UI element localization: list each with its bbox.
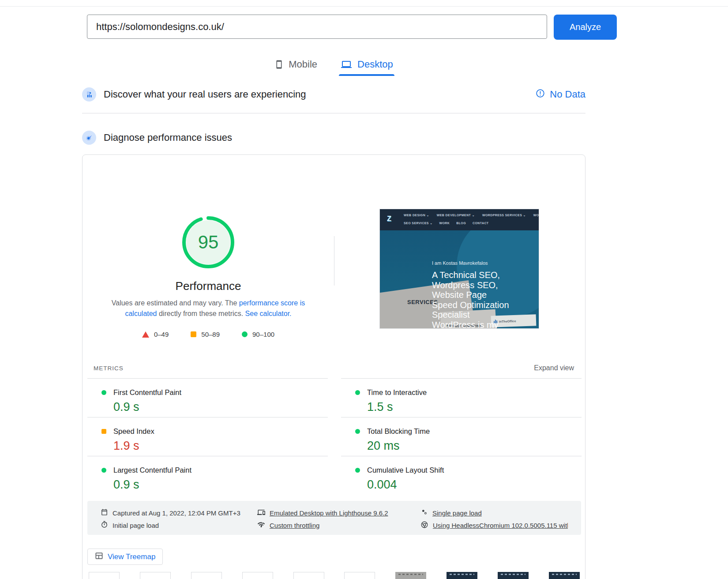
- no-data-link[interactable]: No Data: [536, 89, 585, 101]
- filmstrip: [89, 572, 580, 579]
- metrics-grid: First Contentful Paint 0.9 s Time to Int…: [87, 378, 582, 495]
- performance-gauge[interactable]: 95: [181, 215, 236, 270]
- legend-range-good: 90–100: [252, 331, 274, 338]
- tab-desktop-label: Desktop: [357, 59, 393, 70]
- lighthouse-report-card: 95 Performance Values are estimated and …: [82, 154, 585, 579]
- performance-score-value: 95: [181, 215, 236, 270]
- network-signal-icon: [257, 521, 265, 530]
- disclaimer-text-2: directly from these metrics.: [157, 310, 245, 317]
- metric-label: Cumulative Layout Shift: [367, 466, 444, 474]
- single-page-load-label: Single page load: [432, 509, 482, 517]
- chrome-icon: [420, 521, 428, 530]
- performance-gauge-section: 95 Performance Values are estimated and …: [83, 155, 334, 338]
- diagnose-speedometer-icon: [82, 131, 96, 145]
- preview-nav-item: CONTACT: [473, 222, 489, 225]
- captured-at: Captured at Aug 1, 2022, 12:04 PM GMT+3: [101, 508, 257, 517]
- custom-throttling[interactable]: Custom throttling: [257, 521, 420, 530]
- metric-value: 20 ms: [367, 439, 582, 453]
- filmstrip-frame: [344, 572, 375, 579]
- metric-value: 1.5 s: [367, 400, 582, 414]
- good-circle-icon: [355, 468, 360, 473]
- site-screenshot-preview: Z WEB DESIGN ⌄ WEB DEVELOPMENT ⌄ WORDPRE…: [379, 209, 539, 329]
- devices-icon: [257, 508, 265, 518]
- metrics-heading: METRICS: [94, 365, 124, 372]
- legend-item-poor: 0–49: [142, 331, 169, 338]
- average-square-icon: [191, 331, 196, 337]
- preview-hero-text: I am Kostas Mavrokefalos A Technical SEO…: [432, 260, 509, 329]
- tab-mobile[interactable]: Mobile: [274, 55, 317, 74]
- treemap-icon: [95, 552, 103, 562]
- metric-label: First Contentful Paint: [113, 388, 181, 397]
- legend-item-good: 90–100: [242, 331, 274, 338]
- device-tabs: Mobile Desktop: [82, 55, 585, 76]
- initial-page-load-label: Initial page load: [113, 522, 159, 529]
- lab-data-section-header: Diagnose performance issues: [82, 131, 585, 145]
- preview-nav-item: SEO SERVICES ⌄: [404, 222, 432, 225]
- metric-speed-index: Speed Index 1.9 s: [87, 417, 328, 456]
- stopwatch-icon: [101, 521, 108, 530]
- hero-line: WordPress is my: [432, 320, 509, 329]
- preview-nav-item: WEB DESIGN ⌄: [404, 214, 429, 217]
- hero-line: Specialist: [432, 310, 509, 320]
- metric-largest-contentful-paint: Largest Contentful Paint 0.9 s: [87, 456, 328, 495]
- metric-value: 0.004: [367, 478, 582, 492]
- tab-desktop[interactable]: Desktop: [340, 55, 393, 74]
- metric-value: 0.9 s: [113, 478, 328, 492]
- preview-nav-row-1: WEB DESIGN ⌄ WEB DEVELOPMENT ⌄ WORDPRESS…: [404, 214, 537, 217]
- calendar-icon: [101, 508, 108, 517]
- scatter-dots-icon: [420, 508, 428, 517]
- filmstrip-frame: [140, 572, 171, 579]
- filmstrip-frame: [242, 572, 273, 579]
- preview-hero-area: SERVICES PRODUCT RENDERING InTheOffice I…: [380, 230, 539, 328]
- metric-total-blocking-time: Total Blocking Time 20 ms: [341, 417, 582, 456]
- metric-value: 0.9 s: [113, 400, 328, 414]
- hero-line: A Technical SEO,: [432, 270, 509, 280]
- metric-first-contentful-paint: First Contentful Paint 0.9 s: [87, 378, 328, 417]
- browser-version-label: Using HeadlessChromium 102.0.5005.115 wi…: [433, 522, 568, 529]
- preview-nav-row-2: SEO SERVICES ⌄ WORK BLOG CONTACT: [404, 222, 537, 225]
- emulated-environment[interactable]: Emulated Desktop with Lighthouse 9.6.2: [257, 508, 420, 518]
- browser-version[interactable]: Using HeadlessChromium 102.0.5005.115 wi…: [420, 521, 568, 530]
- preview-nav-item: WORK: [439, 222, 450, 225]
- filmstrip-frame: [395, 572, 426, 579]
- custom-throttling-label: Custom throttling: [270, 522, 319, 529]
- emulated-environment-label: Emulated Desktop with Lighthouse 9.6.2: [270, 509, 388, 517]
- view-treemap-button[interactable]: View Treemap: [87, 549, 163, 565]
- good-circle-icon: [355, 390, 360, 395]
- initial-page-load: Initial page load: [101, 521, 257, 530]
- good-circle-icon: [101, 390, 106, 395]
- filmstrip-frame: [498, 572, 529, 579]
- url-input[interactable]: [87, 15, 547, 39]
- filmstrip-frame: [447, 572, 477, 579]
- legend-item-average: 50–89: [191, 331, 220, 338]
- preview-site-header: Z WEB DESIGN ⌄ WEB DEVELOPMENT ⌄ WORDPRE…: [380, 209, 539, 230]
- metrics-header: METRICS Expand view: [94, 364, 574, 372]
- desktop-laptop-icon: [340, 59, 353, 70]
- real-users-icon: [82, 87, 96, 102]
- single-page-load[interactable]: Single page load: [420, 508, 568, 517]
- good-circle-icon: [101, 468, 106, 473]
- preview-nav-item: BLOG: [456, 222, 466, 225]
- hero-line: Wordpress SEO,: [432, 280, 509, 290]
- header-divider: [0, 6, 728, 7]
- average-square-icon: [101, 429, 106, 434]
- field-data-section-header: Discover what your real users are experi…: [82, 87, 585, 102]
- url-bar: Analyze: [87, 15, 617, 40]
- filmstrip-frame: [89, 572, 120, 579]
- good-circle-icon: [355, 429, 360, 434]
- field-data-title: Discover what your real users are experi…: [104, 89, 306, 100]
- good-circle-icon: [242, 331, 248, 337]
- view-treemap-label: View Treemap: [108, 553, 155, 561]
- preview-nav-item: WEB DEVELOPMENT ⌄: [437, 214, 475, 217]
- score-disclaimer: Values are estimated and may vary. The p…: [104, 298, 312, 319]
- metric-label: Speed Index: [113, 427, 154, 436]
- hero-line: Website Page: [432, 290, 509, 300]
- metric-label: Total Blocking Time: [367, 427, 430, 436]
- expand-view-link[interactable]: Expand view: [534, 364, 574, 372]
- analyze-button[interactable]: Analyze: [554, 15, 617, 40]
- see-calculator-link[interactable]: See calculator.: [245, 310, 292, 317]
- run-metadata-box: Captured at Aug 1, 2022, 12:04 PM GMT+3 …: [87, 501, 581, 535]
- filmstrip-frame: [293, 572, 324, 579]
- metric-value: 1.9 s: [113, 439, 328, 453]
- performance-label: Performance: [176, 279, 241, 293]
